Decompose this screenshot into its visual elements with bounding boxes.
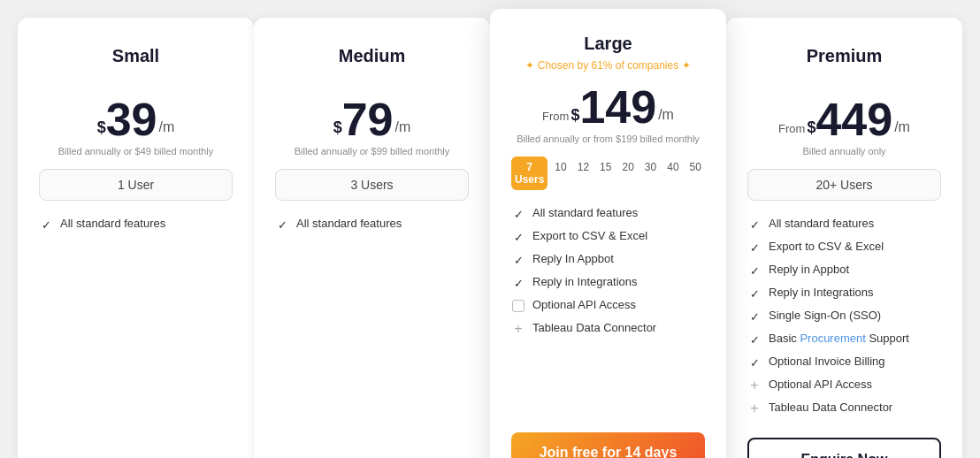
plan-badge-small (39, 72, 233, 88)
feature-item-medium-0: ✓All standard features (275, 217, 469, 232)
plan-card-medium: Medium$79/mBilled annually or $99 billed… (254, 18, 490, 458)
feature-text-premium-6: Optional Invoice Billing (769, 355, 885, 368)
check-icon: ✓ (747, 263, 762, 278)
plan-price-row-premium: From$449/m (747, 96, 941, 142)
feature-text-premium-3: Reply in Integrations (769, 286, 874, 299)
price-amount-large: 149 (579, 84, 656, 130)
feature-text-large-0: All standard features (532, 206, 638, 219)
feature-text-premium-1: Export to CSV & Excel (769, 240, 884, 253)
feature-text-large-2: Reply In Appbot (532, 252, 614, 265)
feature-item-premium-2: ✓Reply in Appbot (747, 263, 941, 278)
plan-badge-medium (275, 72, 469, 88)
check-icon: ✓ (511, 253, 525, 267)
user-tab-large-0[interactable]: 7 Users (511, 156, 547, 190)
cta-button-premium[interactable]: Enquire Now (747, 438, 941, 458)
billing-note-large: Billed annually or from $199 billed mont… (511, 134, 705, 144)
check-icon: ✓ (511, 207, 525, 221)
price-period-premium: /m (894, 119, 910, 135)
feature-item-small-0: ✓All standard features (39, 217, 233, 232)
feature-text-large-3: Reply in Integrations (532, 275, 638, 288)
price-amount-medium: 79 (342, 96, 394, 142)
user-tab-large-4[interactable]: 20 (618, 156, 637, 190)
plan-card-large: Large✦ Chosen by 61% of companies ✦From$… (490, 9, 726, 458)
check-icon: ✓ (511, 276, 525, 290)
feature-item-premium-1: ✓Export to CSV & Excel (747, 240, 941, 255)
plan-name-premium: Premium (747, 46, 941, 66)
feature-item-large-0: ✓All standard features (511, 206, 705, 221)
check-icon: ✓ (747, 332, 762, 347)
plus-icon: + (747, 378, 762, 393)
user-selector-premium[interactable]: 20+ Users (747, 169, 941, 201)
feature-item-large-5: +Tableau Data Connector (511, 321, 705, 336)
plan-badge-large: ✦ Chosen by 61% of companies ✦ (511, 59, 705, 75)
feature-item-large-4: Optional API Access (511, 298, 705, 313)
check-icon: ✓ (275, 218, 289, 232)
billing-note-medium: Billed annually or $99 billed monthly (275, 146, 469, 156)
features-list-premium: ✓All standard features✓Export to CSV & E… (747, 217, 941, 424)
feature-item-premium-6: ✓Optional Invoice Billing (747, 355, 941, 370)
feature-text-large-5: Tableau Data Connector (532, 321, 656, 334)
feature-text-premium-8: Tableau Data Connector (769, 401, 892, 414)
feature-text-premium-2: Reply in Appbot (769, 263, 849, 276)
user-tab-large-3[interactable]: 15 (596, 156, 615, 190)
plan-name-large: Large (511, 34, 705, 54)
user-tab-large-6[interactable]: 40 (663, 156, 682, 190)
user-tab-large-1[interactable]: 10 (551, 156, 570, 190)
price-dollar-premium: $ (807, 118, 815, 137)
price-dollar-medium: $ (333, 118, 342, 137)
price-amount-small: 39 (106, 96, 157, 142)
price-period-medium: /m (395, 119, 411, 135)
cta-button-large[interactable]: Join free for 14 days (511, 432, 705, 458)
feature-text-premium-4: Single Sign-On (SSO) (769, 309, 881, 322)
billing-note-premium: Billed annually only (747, 146, 941, 156)
user-selector-small[interactable]: 1 User (39, 169, 233, 201)
plan-price-row-medium: $79/m (275, 96, 469, 142)
check-icon: ✓ (747, 240, 762, 255)
plus-icon: + (511, 322, 525, 336)
plan-name-medium: Medium (275, 46, 469, 66)
feature-text-large-1: Export to CSV & Excel (532, 229, 647, 242)
feature-item-large-3: ✓Reply in Integrations (511, 275, 705, 290)
feature-item-premium-0: ✓All standard features (747, 217, 941, 232)
user-tab-large-2[interactable]: 12 (574, 156, 593, 190)
feature-text-premium-5: Basic Procurement Support (769, 332, 909, 345)
plan-badge-premium (747, 72, 941, 88)
check-icon: ✓ (511, 230, 525, 244)
feature-text-large-4: Optional API Access (532, 298, 636, 311)
checkbox-icon (511, 299, 525, 313)
pricing-container: Small$39/mBilled annually or $49 billed … (18, 18, 962, 458)
plan-price-row-large: From$149/m (511, 84, 705, 130)
feature-text-premium-7: Optional API Access (769, 378, 872, 391)
plan-card-premium: PremiumFrom$449/mBilled annually only20+… (726, 18, 962, 458)
feature-item-premium-8: +Tableau Data Connector (747, 401, 941, 416)
plan-card-small: Small$39/mBilled annually or $49 billed … (18, 18, 254, 458)
user-selector-medium[interactable]: 3 Users (275, 169, 469, 201)
feature-item-premium-5: ✓Basic Procurement Support (747, 332, 941, 347)
features-list-large: ✓All standard features✓Export to CSV & E… (511, 206, 705, 418)
price-dollar-small: $ (97, 118, 106, 137)
feature-item-premium-4: ✓Single Sign-On (SSO) (747, 309, 941, 324)
features-list-medium: ✓All standard features (275, 217, 469, 458)
feature-item-large-2: ✓Reply In Appbot (511, 252, 705, 267)
feature-text-small-0: All standard features (60, 217, 165, 230)
check-icon: ✓ (747, 218, 762, 232)
feature-text-medium-0: All standard features (296, 217, 402, 230)
check-icon: ✓ (747, 309, 762, 324)
billing-note-small: Billed annually or $49 billed monthly (39, 146, 233, 156)
features-list-small: ✓All standard features (39, 217, 233, 458)
price-dollar-large: $ (570, 106, 579, 125)
price-from-large: From (542, 110, 569, 123)
price-amount-premium: 449 (815, 96, 892, 142)
plan-price-row-small: $39/m (39, 96, 233, 142)
user-tab-large-7[interactable]: 50 (686, 156, 705, 190)
price-period-small: /m (159, 119, 175, 135)
check-icon: ✓ (747, 286, 762, 301)
feature-item-premium-3: ✓Reply in Integrations (747, 286, 941, 301)
plus-icon: + (747, 401, 762, 416)
feature-item-large-1: ✓Export to CSV & Excel (511, 229, 705, 244)
check-icon: ✓ (39, 218, 53, 232)
price-from-premium: From (778, 122, 805, 135)
user-tab-large-5[interactable]: 30 (641, 156, 660, 190)
price-period-large: /m (658, 107, 674, 123)
check-icon: ✓ (747, 355, 762, 370)
